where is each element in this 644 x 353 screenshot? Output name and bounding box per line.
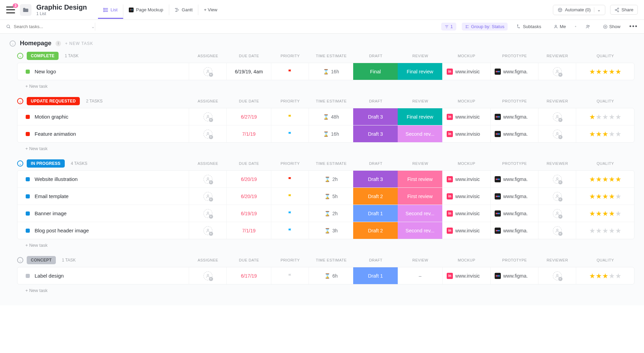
review-cell[interactable]: Final review	[398, 63, 442, 80]
priority-cell[interactable]	[271, 108, 309, 125]
status-square-icon[interactable]	[26, 274, 30, 278]
quality-cell[interactable]: ★★★★★	[576, 63, 634, 80]
me-button[interactable]: Me	[550, 23, 569, 31]
quality-cell[interactable]: ★★★★★	[576, 222, 634, 239]
task-row[interactable]: Email template 6/20/19 ⌛5h Draft 2 First…	[17, 188, 634, 205]
due-date-cell[interactable]: 6/27/19	[226, 108, 271, 125]
mockup-cell[interactable]: inwww.invisio	[442, 125, 490, 142]
new-task-row[interactable]: + New task	[17, 143, 634, 155]
status-chip[interactable]: IN PROGRESS	[27, 159, 65, 168]
reviewer-cell[interactable]	[538, 108, 576, 125]
quality-cell[interactable]: ★★★★★	[576, 171, 634, 187]
reviewer-cell[interactable]	[538, 171, 576, 187]
review-cell[interactable]: First review	[398, 171, 442, 187]
time-estimate-cell[interactable]: ⌛2h	[309, 171, 353, 187]
task-row[interactable]: New logo 6/19/19, 4am ⌛16h Final Final r…	[17, 63, 634, 80]
time-estimate-cell[interactable]: ⌛2h	[309, 205, 353, 222]
prototype-cell[interactable]: www.figma.	[490, 171, 538, 187]
review-cell[interactable]: First review	[398, 188, 442, 205]
mockup-cell[interactable]: inwww.invisic	[442, 205, 490, 222]
draft-cell[interactable]: Draft 2	[353, 188, 398, 205]
status-square-icon[interactable]	[26, 211, 30, 216]
more-menu[interactable]: •••	[629, 23, 638, 30]
task-row[interactable]: Motion graphic 6/27/19 ⌛48h Draft 3 Fina…	[17, 108, 634, 125]
status-chip[interactable]: UPDATE REQUESTED	[27, 97, 80, 105]
menu-button[interactable]: 3	[6, 7, 15, 13]
view-tab-list[interactable]: List	[98, 4, 123, 19]
collapse-group-icon[interactable]: ⌄	[17, 98, 23, 104]
quality-cell[interactable]: ★★★★★	[576, 108, 634, 125]
draft-cell[interactable]: Draft 1	[353, 267, 398, 284]
time-estimate-cell[interactable]: ⌛5h	[309, 188, 353, 205]
status-square-icon[interactable]	[26, 132, 30, 136]
new-task-row[interactable]: + New task	[17, 239, 634, 251]
show-button[interactable]: Show	[599, 23, 624, 31]
prototype-cell[interactable]: www.figma.	[490, 108, 538, 125]
assignee-cell[interactable]	[189, 171, 226, 187]
assignee-cell[interactable]	[189, 188, 226, 205]
collapse-group-icon[interactable]: ⌄	[17, 160, 23, 167]
quality-cell[interactable]: ★★★★★	[576, 205, 634, 222]
due-date-cell[interactable]: 7/1/19	[226, 125, 271, 142]
new-task-row[interactable]: + New task	[17, 80, 634, 92]
time-estimate-cell[interactable]: ⌛16h	[309, 63, 353, 80]
quality-cell[interactable]: ★★★★★	[576, 188, 634, 205]
draft-cell[interactable]: Draft 2	[353, 222, 398, 239]
add-view-button[interactable]: + View	[198, 4, 223, 15]
status-square-icon[interactable]	[26, 70, 30, 74]
due-date-cell[interactable]: 6/19/19	[226, 205, 271, 222]
reviewer-cell[interactable]	[538, 205, 576, 222]
draft-cell[interactable]: Draft 1	[353, 205, 398, 222]
mockup-cell[interactable]: inwww.invisic	[442, 267, 490, 284]
due-date-cell[interactable]: 6/17/19	[226, 267, 271, 284]
mockup-cell[interactable]: inwww.invisic	[442, 108, 490, 125]
task-row[interactable]: Label design 6/17/19 ⌛6h Draft 1 – inwww…	[17, 267, 634, 284]
priority-cell[interactable]	[271, 188, 309, 205]
task-row[interactable]: Feature animation 7/1/19 ⌛16h Draft 3 Se…	[17, 125, 634, 142]
reviewer-cell[interactable]	[538, 125, 576, 142]
mockup-cell[interactable]: inwww.invisic	[442, 188, 490, 205]
due-date-cell[interactable]: 6/20/19	[226, 171, 271, 187]
assignee-cell[interactable]	[189, 108, 226, 125]
prototype-cell[interactable]: www.figma.	[490, 125, 538, 142]
draft-cell[interactable]: Draft 3	[353, 125, 398, 142]
priority-cell[interactable]	[271, 205, 309, 222]
time-estimate-cell[interactable]: ⌛48h	[309, 108, 353, 125]
review-cell[interactable]: –	[398, 267, 442, 284]
group-by-button[interactable]: Group by: Status	[462, 23, 508, 31]
assignee-cell[interactable]	[189, 63, 226, 80]
task-row[interactable]: Banner image 6/19/19 ⌛2h Draft 1 Second …	[17, 205, 634, 222]
review-cell[interactable]: Final review	[398, 108, 442, 125]
review-cell[interactable]: Second rev...	[398, 222, 442, 239]
collapse-section-icon[interactable]: ⌄	[10, 40, 16, 47]
priority-cell[interactable]	[271, 222, 309, 239]
status-square-icon[interactable]	[26, 229, 30, 233]
prototype-cell[interactable]: www.figma.	[490, 222, 538, 239]
status-chip[interactable]: CONCEPT	[27, 256, 56, 264]
mockup-cell[interactable]: inwww.invisic	[442, 63, 490, 80]
chevron-down-icon[interactable]: ⌄	[594, 7, 601, 12]
prototype-cell[interactable]: www.figma.	[490, 188, 538, 205]
assignee-cell[interactable]	[189, 267, 226, 284]
draft-cell[interactable]: Draft 3	[353, 108, 398, 125]
assignee-cell[interactable]	[189, 205, 226, 222]
prototype-cell[interactable]: www.figma.	[490, 267, 538, 284]
priority-cell[interactable]	[271, 125, 309, 142]
task-row[interactable]: Blog post header image 7/1/19 ⌛3h Draft …	[17, 222, 634, 239]
due-date-cell[interactable]: 6/20/19	[226, 188, 271, 205]
due-date-cell[interactable]: 6/19/19, 4am	[226, 63, 271, 80]
view-tab-page-mockup[interactable]: Page Mockup	[123, 4, 169, 15]
assignee-cell[interactable]	[189, 222, 226, 239]
prototype-cell[interactable]: www.figma.	[490, 205, 538, 222]
status-square-icon[interactable]	[26, 177, 30, 181]
new-task-row[interactable]: + New task	[17, 284, 634, 296]
prototype-cell[interactable]: www.figma.	[490, 63, 538, 80]
priority-cell[interactable]	[271, 171, 309, 187]
mockup-cell[interactable]: inwww.invisic	[442, 171, 490, 187]
draft-cell[interactable]: Draft 3	[353, 171, 398, 187]
search-input[interactable]	[14, 24, 88, 29]
mockup-cell[interactable]: inwww.invisic	[442, 222, 490, 239]
info-icon[interactable]: i	[55, 41, 61, 46]
status-square-icon[interactable]	[26, 194, 30, 198]
time-estimate-cell[interactable]: ⌛3h	[309, 222, 353, 239]
